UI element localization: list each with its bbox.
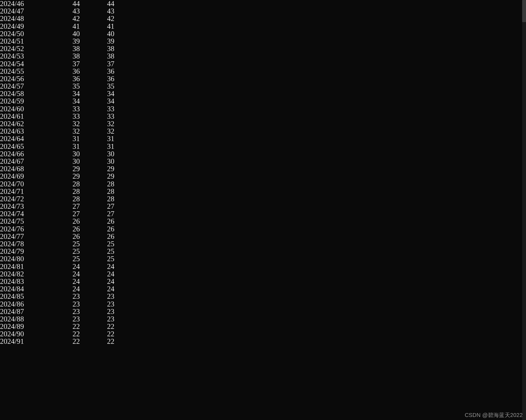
row-value-1: 42 [51, 15, 80, 22]
row-label: 2024/87 [0, 308, 51, 315]
row-label: 2024/55 [0, 68, 51, 75]
row-label: 2024/57 [0, 83, 51, 90]
row-value-1: 31 [51, 143, 80, 150]
output-row: 2024/742727 [0, 210, 114, 218]
row-value-1: 24 [51, 278, 80, 285]
scrollbar-track[interactable] [522, 0, 526, 420]
output-row: 2024/762626 [0, 225, 114, 233]
output-row: 2024/523838 [0, 45, 114, 52]
row-value-1: 30 [51, 150, 80, 158]
row-value-1: 24 [51, 285, 80, 293]
output-row: 2024/862323 [0, 300, 114, 308]
row-value-2: 41 [80, 23, 114, 30]
row-value-1: 33 [51, 105, 80, 113]
row-value-1: 28 [51, 188, 80, 195]
output-row: 2024/802525 [0, 255, 114, 263]
row-value-2: 43 [80, 7, 114, 15]
row-label: 2024/91 [0, 338, 51, 345]
output-row: 2024/692929 [0, 173, 114, 180]
row-label: 2024/85 [0, 293, 51, 300]
row-value-1: 25 [51, 248, 80, 255]
row-label: 2024/89 [0, 323, 51, 330]
output-row: 2024/852323 [0, 293, 114, 300]
output-row: 2024/593434 [0, 97, 114, 105]
output-row: 2024/682929 [0, 165, 114, 173]
row-value-1: 22 [51, 338, 80, 345]
row-value-2: 29 [80, 173, 114, 180]
row-label: 2024/61 [0, 113, 51, 120]
row-value-1: 27 [51, 203, 80, 210]
row-label: 2024/46 [0, 0, 51, 7]
row-label: 2024/70 [0, 180, 51, 188]
row-value-1: 38 [51, 52, 80, 60]
row-label: 2024/59 [0, 97, 51, 105]
row-value-2: 40 [80, 30, 114, 38]
row-value-2: 28 [80, 188, 114, 195]
scrollbar-thumb[interactable] [522, 0, 526, 22]
row-value-2: 22 [80, 330, 114, 338]
row-value-1: 25 [51, 255, 80, 263]
row-value-2: 37 [80, 60, 114, 68]
row-value-1: 28 [51, 180, 80, 188]
output-row: 2024/573535 [0, 83, 114, 90]
row-value-2: 24 [80, 285, 114, 293]
output-row: 2024/663030 [0, 150, 114, 158]
row-label: 2024/54 [0, 60, 51, 68]
row-label: 2024/62 [0, 120, 51, 128]
row-label: 2024/47 [0, 7, 51, 15]
row-value-1: 32 [51, 128, 80, 135]
row-label: 2024/68 [0, 165, 51, 173]
output-row: 2024/912222 [0, 338, 114, 345]
row-value-1: 31 [51, 135, 80, 142]
row-value-1: 36 [51, 68, 80, 75]
row-value-2: 31 [80, 143, 114, 150]
row-value-1: 40 [51, 30, 80, 38]
row-label: 2024/75 [0, 218, 51, 225]
output-row: 2024/792525 [0, 248, 114, 255]
row-label: 2024/52 [0, 45, 51, 52]
row-value-2: 22 [80, 323, 114, 330]
row-value-2: 22 [80, 338, 114, 345]
watermark-text: CSDN @碧海蓝天2022 [465, 412, 523, 418]
row-value-2: 28 [80, 195, 114, 203]
row-value-2: 26 [80, 218, 114, 225]
row-value-1: 23 [51, 315, 80, 323]
row-label: 2024/78 [0, 240, 51, 248]
row-label: 2024/77 [0, 233, 51, 240]
output-row: 2024/504040 [0, 30, 114, 38]
row-value-1: 26 [51, 233, 80, 240]
row-label: 2024/90 [0, 330, 51, 338]
row-value-2: 23 [80, 293, 114, 300]
row-label: 2024/53 [0, 52, 51, 60]
output-row: 2024/494141 [0, 23, 114, 30]
row-value-2: 33 [80, 113, 114, 120]
output-row: 2024/623232 [0, 120, 114, 128]
output-row: 2024/543737 [0, 60, 114, 68]
row-label: 2024/63 [0, 128, 51, 135]
row-value-2: 25 [80, 240, 114, 248]
row-label: 2024/58 [0, 90, 51, 97]
row-label: 2024/50 [0, 30, 51, 38]
row-value-1: 35 [51, 83, 80, 90]
row-value-1: 26 [51, 225, 80, 233]
row-value-2: 38 [80, 52, 114, 60]
row-value-1: 34 [51, 90, 80, 97]
row-value-1: 25 [51, 240, 80, 248]
row-value-2: 35 [80, 83, 114, 90]
row-value-1: 36 [51, 75, 80, 83]
row-value-2: 25 [80, 248, 114, 255]
output-row: 2024/872323 [0, 308, 114, 315]
output-row: 2024/484242 [0, 15, 114, 22]
output-row: 2024/712828 [0, 188, 114, 195]
row-label: 2024/76 [0, 225, 51, 233]
row-value-2: 44 [80, 0, 114, 7]
row-value-2: 30 [80, 150, 114, 158]
row-value-1: 34 [51, 97, 80, 105]
row-value-2: 32 [80, 128, 114, 135]
row-label: 2024/84 [0, 285, 51, 293]
output-row: 2024/464444 [0, 0, 114, 7]
row-value-2: 28 [80, 180, 114, 188]
row-value-1: 24 [51, 263, 80, 270]
row-label: 2024/82 [0, 270, 51, 278]
row-value-1: 22 [51, 330, 80, 338]
